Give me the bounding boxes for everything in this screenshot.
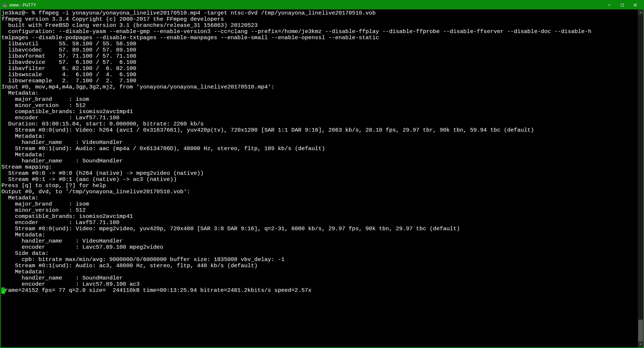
terminal-line: cpb: bitrate max/min/avg: 9000000/0/6000… <box>1 257 643 263</box>
terminal-line: Stream #0:0 -> #0:0 (h264 (native) -> mp… <box>1 170 643 177</box>
terminal-line: built with FreeBSD clang version 3.1 (br… <box>1 22 643 29</box>
close-button[interactable] <box>629 1 642 9</box>
terminal-line: Stream #0:1(und): Audio: aac (mp4a / 0x6… <box>1 146 643 152</box>
putty-window: www - PuTTY je3kmz@~ % ffmpeg -i yonayon… <box>0 0 644 348</box>
terminal-line: Press [q] to stop, [?] for help <box>1 183 643 189</box>
terminal-line: libavformat 57. 71.100 / 57. 71.100 <box>1 53 643 59</box>
maximize-button[interactable] <box>616 1 629 9</box>
terminal-line: libavcodec 57. 89.100 / 57. 89.100 <box>1 47 643 53</box>
svg-rect-4 <box>621 4 624 7</box>
terminal-line: Stream mapping: <box>1 164 643 170</box>
scroll-up-arrow[interactable] <box>638 9 643 15</box>
svg-marker-8 <box>640 344 642 345</box>
terminal-line: libswscale 4. 6.100 / 4. 6.100 <box>1 72 643 78</box>
terminal-line: Metadata: <box>1 232 643 238</box>
terminal-line: Metadata: <box>1 133 643 140</box>
terminal-line: compatible_brands: isomiso2avc1mp41 <box>1 214 643 220</box>
terminal-line: handler_name : SoundHandler <box>1 158 643 164</box>
maximize-icon <box>620 3 624 7</box>
terminal-line: Duration: 03:00:15.04, start: 0.000000, … <box>1 121 643 127</box>
putty-icon <box>2 3 7 8</box>
terminal-line: libavdevice 57. 6.100 / 57. 6.100 <box>1 59 643 66</box>
terminal-line: Metadata: <box>1 90 643 96</box>
minimize-button[interactable] <box>603 1 616 9</box>
terminal-line: ffmpeg version 3.3.4 Copyright (c) 2000-… <box>1 16 643 22</box>
window-title: www - PuTTY <box>9 3 36 8</box>
terminal-line: Stream #0:0(und): Video: mpeg2video, yuv… <box>1 226 643 232</box>
terminal-line: Stream #0:1(und): Audio: ac3, 48000 Hz, … <box>1 263 643 269</box>
terminal-line: handler_name : VideoHandler <box>1 140 643 146</box>
terminal-line: Stream #0:1 -> #0:1 (aac (native) -> ac3… <box>1 177 643 183</box>
terminal-line: je3kmz@~ % ffmpeg -i yonayona/yonayona_l… <box>1 10 643 16</box>
scrollbar[interactable] <box>637 9 643 347</box>
chevron-down-icon <box>639 343 642 346</box>
terminal-line: Side data: <box>1 250 643 257</box>
terminal-cursor: f <box>1 287 5 294</box>
terminal-line: handler_name : VideoHandler <box>1 238 643 244</box>
terminal-line: encoder : Lavf57.71.100 <box>1 220 643 226</box>
svg-rect-2 <box>4 7 5 7</box>
terminal-line: handler_name : SoundHandler <box>1 275 643 281</box>
terminal-line: configuration: --disable-yasm --enable-g… <box>1 29 643 35</box>
terminal-line: compatible_brands: isomiso2avc1mp41 <box>1 109 643 115</box>
terminal-line: Metadata: <box>1 269 643 275</box>
terminal-line: libswresample 2. 7.100 / 2. 7.100 <box>1 78 643 84</box>
terminal-line: major_brand : isom <box>1 96 643 103</box>
terminal-line: encoder : Lavc57.89.100 ac3 <box>1 281 643 287</box>
terminal-line: Input #0, mov,mp4,m4a,3gp,3g2,mj2, from … <box>1 84 643 90</box>
scrollbar-track[interactable] <box>638 15 643 341</box>
terminal-area[interactable]: je3kmz@~ % ffmpeg -i yonayona/yonayona_l… <box>1 9 643 347</box>
terminal-line: tmlpages --disable-podpages --disable-tx… <box>1 35 643 41</box>
svg-rect-1 <box>3 4 7 6</box>
scroll-down-arrow[interactable] <box>638 341 643 347</box>
terminal-line: Stream #0:0(und): Video: h264 (avc1 / 0x… <box>1 127 643 133</box>
chevron-up-icon <box>639 11 642 14</box>
close-icon <box>633 3 637 7</box>
svg-marker-7 <box>640 12 642 13</box>
terminal-line: Output #0, dvd, to '/tmp/yonayona_lineli… <box>1 189 643 195</box>
minimize-icon <box>607 3 611 7</box>
terminal-line: libavfilter 6. 82.100 / 6. 82.100 <box>1 66 643 72</box>
terminal-line: Metadata: <box>1 195 643 201</box>
terminal-line: libavutil 55. 58.100 / 55. 58.100 <box>1 41 643 47</box>
terminal-status-line: frame=24152 fps= 77 q=2.0 size= 244110kB… <box>1 287 643 294</box>
scrollbar-thumb[interactable] <box>638 320 643 341</box>
titlebar[interactable]: www - PuTTY <box>1 1 643 9</box>
terminal-line: encoder : Lavc57.89.100 mpeg2video <box>1 244 643 250</box>
terminal-line: minor_version : 512 <box>1 207 643 214</box>
terminal-line: major_brand : isom <box>1 201 643 207</box>
terminal-line: minor_version : 512 <box>1 103 643 109</box>
terminal-line: Metadata: <box>1 152 643 158</box>
terminal-line: encoder : Lavf57.71.100 <box>1 115 643 121</box>
